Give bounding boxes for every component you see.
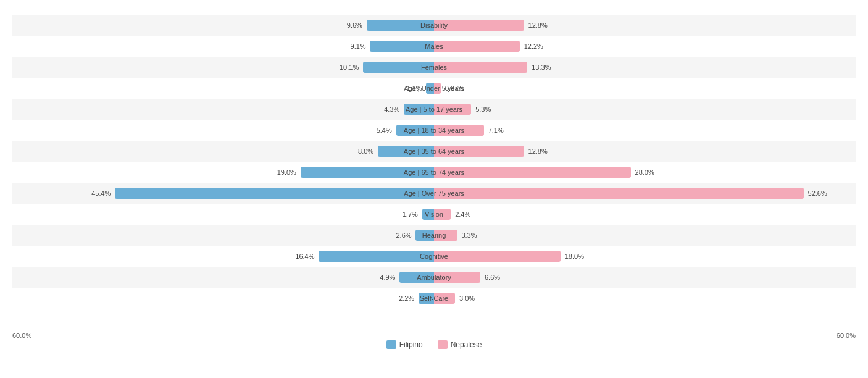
- val-right: 2.4%: [455, 211, 470, 218]
- chart-row: Cognitive16.4%18.0%: [12, 246, 856, 267]
- row-label: Females: [421, 64, 447, 71]
- chart-row: Age | 5 to 17 years4.3%5.3%: [12, 99, 856, 120]
- val-right: 18.0%: [565, 253, 584, 260]
- val-left: 1.7%: [403, 211, 418, 218]
- legend-item-filipino: Filipino: [386, 340, 423, 349]
- chart-row: Vision1.7%2.4%: [12, 204, 856, 225]
- val-right: 52.6%: [808, 190, 827, 197]
- val-right: 6.6%: [485, 274, 500, 281]
- val-left: 10.1%: [340, 64, 359, 71]
- val-right: 12.2%: [524, 43, 543, 50]
- chart-row: Hearing2.6%3.3%: [12, 225, 856, 246]
- row-label: Males: [425, 43, 443, 50]
- val-right: 0.97%: [445, 85, 464, 92]
- chart-area: Disability9.6%12.8%Males9.1%12.2%Females…: [12, 15, 856, 329]
- chart-row: Age | 18 to 34 years5.4%7.1%: [12, 120, 856, 141]
- axis-left: 60.0%: [12, 332, 31, 339]
- row-label: Age | Over 75 years: [404, 190, 464, 197]
- row-label: Ambulatory: [417, 274, 451, 281]
- legend-box-filipino: [386, 340, 396, 349]
- val-right: 7.1%: [488, 127, 504, 134]
- chart-row: Ambulatory4.9%6.6%: [12, 267, 856, 288]
- val-left: 9.1%: [351, 43, 366, 50]
- chart-container: Disability9.6%12.8%Males9.1%12.2%Females…: [0, 0, 868, 378]
- legend-label-filipino: Filipino: [399, 340, 423, 349]
- chart-row: Age | Under 5 years1.1%0.97%: [12, 78, 856, 99]
- val-right: 3.3%: [461, 232, 477, 239]
- chart-row: Males9.1%12.2%: [12, 36, 856, 57]
- legend-item-nepalese: Nepalese: [438, 340, 482, 349]
- chart-row: Age | Over 75 years45.4%52.6%: [12, 183, 856, 204]
- val-left: 2.2%: [399, 295, 414, 302]
- row-label: Age | 65 to 74 years: [404, 169, 464, 176]
- val-left: 45.4%: [91, 190, 111, 197]
- bar-left: [319, 251, 434, 262]
- val-left: 19.0%: [277, 169, 296, 176]
- legend-box-nepalese: [438, 340, 448, 349]
- val-left: 2.6%: [396, 232, 412, 239]
- val-left: 4.9%: [380, 274, 395, 281]
- val-right: 12.8%: [528, 22, 548, 29]
- row-label: Vision: [425, 211, 443, 218]
- axis-right: 60.0%: [837, 332, 856, 339]
- row-label: Self-Care: [420, 295, 448, 302]
- val-right: 3.0%: [459, 295, 475, 302]
- bar-right: [434, 251, 561, 262]
- row-label: Age | 35 to 64 years: [404, 148, 464, 155]
- legend-label-nepalese: Nepalese: [451, 340, 482, 349]
- row-label: Age | 5 to 17 years: [406, 106, 462, 113]
- row-label: Cognitive: [420, 253, 448, 260]
- val-right: 28.0%: [635, 169, 654, 176]
- chart-row: Age | 35 to 64 years8.0%12.8%: [12, 141, 856, 162]
- chart-row: Females10.1%13.3%: [12, 57, 856, 78]
- val-left: 1.1%: [407, 85, 422, 92]
- val-left: 16.4%: [295, 253, 314, 260]
- bar-left: [115, 188, 434, 199]
- chart-row: Disability9.6%12.8%: [12, 15, 856, 36]
- val-right: 5.3%: [475, 106, 491, 113]
- axis-row: 60.0% 60.0%: [12, 332, 856, 339]
- bar-right: [434, 188, 804, 199]
- val-left: 5.4%: [377, 127, 392, 134]
- chart-row: Age | 65 to 74 years19.0%28.0%: [12, 162, 856, 183]
- bar-right: [434, 62, 527, 73]
- chart-row: Self-Care2.2%3.0%: [12, 288, 856, 309]
- row-label: Disability: [420, 22, 448, 29]
- legend: Filipino Nepalese: [12, 340, 856, 349]
- val-right: 13.3%: [532, 64, 551, 71]
- row-label: Hearing: [422, 232, 446, 239]
- bar-right: [434, 41, 520, 52]
- val-left: 8.0%: [358, 148, 373, 155]
- val-right: 12.8%: [528, 148, 548, 155]
- row-label: Age | 18 to 34 years: [404, 127, 464, 134]
- val-left: 9.6%: [347, 22, 362, 29]
- val-left: 4.3%: [384, 106, 399, 113]
